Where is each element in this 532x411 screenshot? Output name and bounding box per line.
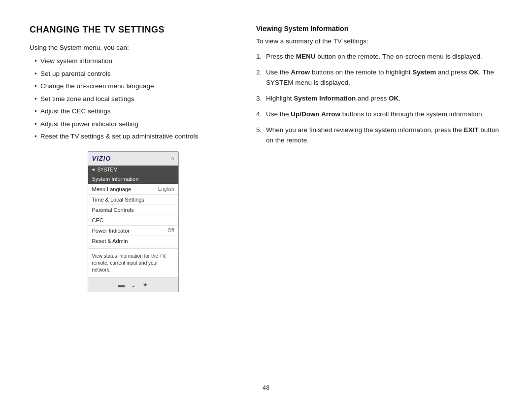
menu-item-label: System Information xyxy=(92,176,139,182)
menu-item-label: CEC xyxy=(92,217,103,223)
list-item: View system information xyxy=(34,56,236,66)
tv-screen: VIZIO ⌂ ◄ SYSTEM System Information Men xyxy=(88,151,179,292)
tv-menu-item-time[interactable]: Time & Local Settings xyxy=(88,195,178,205)
menu-item-label: Reset & Admin xyxy=(92,238,128,244)
home-icon: ⌂ xyxy=(170,155,174,162)
bold-system: System xyxy=(412,68,436,76)
bold-ok-2: OK xyxy=(389,95,399,102)
page-number: 48 xyxy=(30,384,502,391)
tv-menu-item-system-info[interactable]: System Information xyxy=(88,174,178,184)
bold-exit: EXIT xyxy=(464,126,478,134)
step-num: 2. xyxy=(256,68,262,77)
page: CHANGING THE TV SETTINGS Using the Syste… xyxy=(0,0,532,411)
vizio-logo: VIZIO xyxy=(92,155,111,162)
right-column: Viewing System Information To view a sum… xyxy=(256,25,502,374)
bold-ok: OK xyxy=(469,68,479,76)
list-item: Adjust the CEC settings xyxy=(34,106,236,116)
tv-screen-container: VIZIO ⌂ ◄ SYSTEM System Information Men xyxy=(30,151,236,292)
left-column: CHANGING THE TV SETTINGS Using the Syste… xyxy=(30,25,236,374)
bold-system-info: System Information xyxy=(294,95,356,102)
list-item: Set time zone and local settings xyxy=(34,94,236,104)
bold-arrow: Arrow xyxy=(291,68,310,76)
tv-footer-icon-settings: ✦ xyxy=(142,281,148,289)
tv-footer-icon-down: ⌄ xyxy=(131,281,136,289)
viewing-subtitle: To view a summary of the TV settings: xyxy=(256,37,502,45)
intro-text: Using the System menu, you can: xyxy=(30,44,236,51)
step-5: 5. When you are finished reviewing the s… xyxy=(256,125,502,145)
list-item: Change the on-screen menu language xyxy=(34,81,236,91)
menu-label: SYSTEM xyxy=(97,167,117,172)
bold-menu: MENU xyxy=(296,53,316,60)
tv-menu-item-language[interactable]: Menu Language English xyxy=(88,184,178,195)
tv-footer-icon-menu: ▬ xyxy=(118,281,125,289)
tv-info-box: View status information for the TV, remo… xyxy=(88,248,178,277)
step-4: 4. Use the Up/Down Arrow buttons to scro… xyxy=(256,109,502,119)
content-area: CHANGING THE TV SETTINGS Using the Syste… xyxy=(30,25,502,374)
list-item: Set up parental controls xyxy=(34,69,236,79)
bold-updown: Up/Down Arrow xyxy=(291,110,340,118)
step-num: 1. xyxy=(256,52,262,62)
menu-arrow: ◄ xyxy=(91,167,96,172)
menu-item-value: Off xyxy=(167,228,174,233)
bullet-list: View system information Set up parental … xyxy=(30,56,236,141)
tv-menu-item-power[interactable]: Power Indicator Off xyxy=(88,226,178,236)
viewing-section-title: Viewing System Information xyxy=(256,25,502,33)
menu-item-label: Time & Local Settings xyxy=(92,197,145,203)
tv-menu-item-cec[interactable]: CEC xyxy=(88,215,178,226)
menu-item-label: Parental Controls xyxy=(92,207,134,213)
step-3: 3. Highlight System Information and pres… xyxy=(256,94,502,103)
steps-list: 1. Press the MENU button on the remote. … xyxy=(256,52,502,145)
tv-menu-item-parental[interactable]: Parental Controls xyxy=(88,205,178,215)
list-item: Reset the TV settings & set up administr… xyxy=(34,132,236,141)
section-title: CHANGING THE TV SETTINGS xyxy=(30,25,236,35)
menu-item-label: Menu Language xyxy=(92,186,132,192)
tv-menu-item-reset[interactable]: Reset & Admin xyxy=(88,236,178,246)
step-2: 2. Use the Arrow buttons on the remote t… xyxy=(256,68,502,88)
step-num: 4. xyxy=(256,109,262,119)
tv-menu-bar: ◄ SYSTEM xyxy=(88,166,178,174)
menu-item-value: English xyxy=(158,186,174,192)
step-num: 3. xyxy=(256,94,262,103)
tv-header: VIZIO ⌂ xyxy=(88,152,178,166)
list-item: Adjust the power indicator setting xyxy=(34,119,236,129)
menu-item-label: Power Indicator xyxy=(92,228,130,234)
step-1: 1. Press the MENU button on the remote. … xyxy=(256,52,502,62)
step-num: 5. xyxy=(256,125,262,135)
tv-footer: ▬ ⌄ ✦ xyxy=(88,277,178,292)
